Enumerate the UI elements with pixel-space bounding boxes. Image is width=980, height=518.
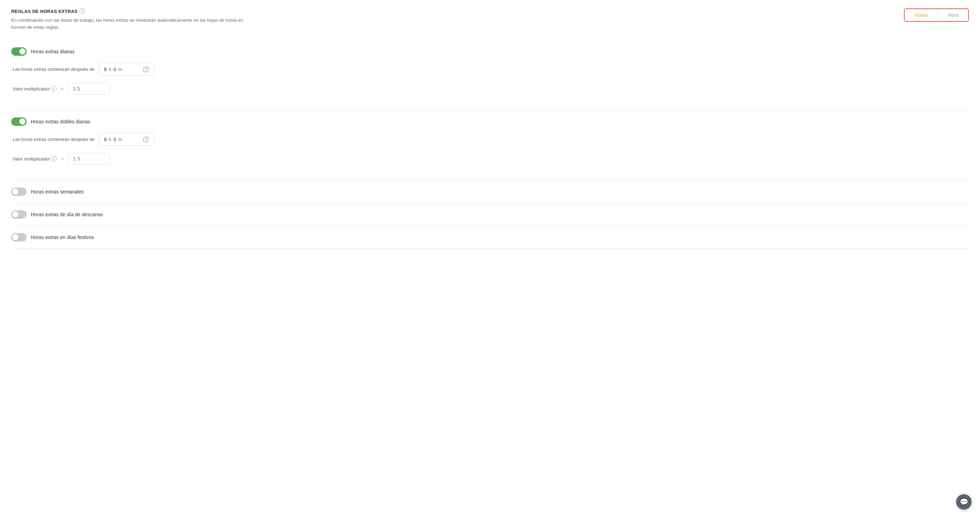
double-daily-clock-icon: 🕐: [142, 136, 149, 143]
divider-5: [11, 248, 969, 249]
daily-hours: 8: [104, 67, 107, 72]
daily-toggle-row: Horas extras diarias: [11, 47, 969, 56]
page-container: REGLAS DE HORAS EXTRAS i En combinación …: [0, 0, 980, 518]
daily-label: Horas extras diarias: [31, 49, 75, 54]
double-daily-multiplier-input[interactable]: [68, 153, 110, 165]
rest-day-overtime-row: Horas extras de día de descanso: [11, 203, 969, 226]
double-daily-toggle-row: Horas extras dobles diarias: [11, 118, 969, 126]
daily-overtime-section: Horas extras diarias Las horas extras co…: [11, 40, 969, 110]
double-daily-m-unit: m: [118, 137, 122, 142]
double-daily-minutes: 0: [113, 137, 116, 142]
chat-bubble-button[interactable]: 💬: [956, 494, 972, 510]
page-subtitle: En combinación con las horas de trabajo,…: [11, 17, 256, 30]
double-daily-overtime-label: Las horas extras comienzan después de: [13, 137, 94, 142]
title-area: REGLAS DE HORAS EXTRAS i En combinación …: [11, 8, 904, 30]
chat-bubble-icon: 💬: [960, 498, 969, 506]
double-daily-multiplier-label: Valor multiplicador i: [13, 156, 57, 162]
daily-multiplier-input[interactable]: [68, 83, 110, 95]
page-title: REGLAS DE HORAS EXTRAS i: [11, 8, 904, 14]
daily-minutes: 0: [113, 67, 116, 72]
view-toggle-group: Horas Hora: [904, 8, 969, 22]
double-daily-label: Horas extras dobles diarias: [31, 119, 91, 124]
daily-overtime-label: Las horas extras comienzan después de: [13, 67, 94, 72]
horas-button[interactable]: Horas: [905, 9, 938, 21]
mult-x-sign: ×: [61, 86, 64, 92]
daily-multiplier-row: Valor multiplicador i ×: [11, 83, 969, 95]
title-info-icon[interactable]: i: [80, 8, 85, 14]
daily-multiplier-label: Valor multiplicador i: [13, 86, 57, 92]
holiday-overtime-row: Horas extras en días festivos: [11, 226, 969, 248]
daily-toggle[interactable]: [11, 47, 27, 56]
double-daily-overtime-section: Horas extras dobles diarias Las horas ex…: [11, 110, 969, 180]
weekly-label: Horas extras semanales: [31, 189, 84, 194]
holiday-toggle[interactable]: [11, 233, 27, 242]
title-text: REGLAS DE HORAS EXTRAS: [11, 9, 78, 14]
double-daily-h-unit: h: [109, 137, 111, 142]
double-daily-multiplier-row: Valor multiplicador i ×: [11, 153, 969, 165]
rest-day-toggle[interactable]: [11, 210, 27, 219]
double-mult-x-sign: ×: [61, 156, 64, 162]
daily-time-row: Las horas extras comienzan después de 8 …: [11, 63, 969, 76]
holiday-label: Horas extras en días festivos: [31, 234, 94, 240]
double-daily-toggle[interactable]: [11, 118, 27, 126]
rest-day-label: Horas extras de día de descanso: [31, 212, 103, 217]
double-daily-hours: 8: [104, 137, 107, 142]
double-daily-time-input[interactable]: 8 h 0 m 🕐: [99, 133, 154, 146]
hora-button[interactable]: Hora: [938, 9, 968, 21]
weekly-toggle[interactable]: [11, 187, 27, 196]
daily-m-unit: m: [118, 67, 122, 72]
double-daily-time-row: Las horas extras comienzan después de 8 …: [11, 133, 969, 146]
daily-h-unit: h: [109, 67, 111, 72]
daily-clock-icon: 🕐: [142, 66, 149, 73]
multiplier-info-icon[interactable]: i: [51, 86, 57, 92]
double-multiplier-info-icon[interactable]: i: [51, 156, 57, 162]
weekly-overtime-row: Horas extras semanales: [11, 181, 969, 203]
header-section: REGLAS DE HORAS EXTRAS i En combinación …: [11, 8, 969, 30]
daily-time-input[interactable]: 8 h 0 m 🕐: [99, 63, 154, 76]
